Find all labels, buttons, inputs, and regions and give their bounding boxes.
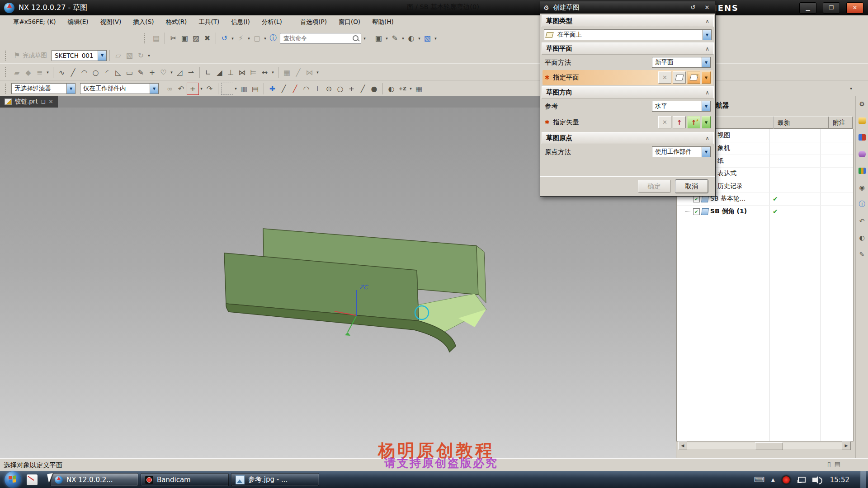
vector-dialog-icon[interactable]: ↑ xyxy=(673,116,686,128)
reference-combo-arrow[interactable]: ▼ xyxy=(702,101,710,111)
save-icon[interactable]: ▤ xyxy=(151,33,162,44)
pinned-app-icon[interactable] xyxy=(27,474,38,485)
menu-insert[interactable]: 插入(S) xyxy=(127,17,160,28)
scroll-left-icon[interactable]: ◀ xyxy=(678,441,687,450)
touch-mode-icon[interactable]: ⚡ xyxy=(235,33,246,44)
selection-filter-plus-icon[interactable]: + xyxy=(187,83,199,95)
menu-edit[interactable]: 编辑(E) xyxy=(62,17,94,28)
collapse-icon[interactable]: ∧ xyxy=(705,18,709,24)
status-grid-icon[interactable]: ▤ xyxy=(835,460,840,468)
toolbar-drag-handle[interactable] xyxy=(5,84,8,94)
menu-information[interactable]: 信息(I) xyxy=(225,17,256,28)
snap-endpoint-icon[interactable]: ╱ xyxy=(278,83,289,94)
section-sketch-type[interactable]: 草图类型 ∧ xyxy=(542,15,714,27)
solid-body-select-icon[interactable]: ▥ xyxy=(238,83,250,94)
quick-dimension-dropdown-icon[interactable]: ▾ xyxy=(270,70,275,75)
plane-method-combo-arrow[interactable]: ▼ xyxy=(702,57,710,67)
resource-bar-gear-icon[interactable]: ⚙ xyxy=(857,99,867,109)
toolbar-overflow-icon[interactable]: ▾ xyxy=(849,86,854,91)
studio-spline-icon[interactable]: ✎ xyxy=(135,67,146,78)
fillet-tool-icon[interactable]: ◜ xyxy=(101,67,113,78)
view-orientation-icon[interactable]: ▧ xyxy=(422,33,433,44)
snap-line-icon[interactable]: ╱ xyxy=(357,83,368,94)
show-desktop-button[interactable] xyxy=(860,471,866,488)
plane-dialog-icon[interactable] xyxy=(673,71,686,84)
feature-checkbox[interactable]: ✔ xyxy=(693,208,700,215)
rectangle-tool-icon[interactable]: ▭ xyxy=(124,67,135,78)
selection-filter-combo-arrow[interactable]: ▼ xyxy=(66,84,75,94)
make-symmetric-icon[interactable]: ⋈ xyxy=(236,67,248,78)
quick-trim-icon[interactable]: ◢ xyxy=(214,67,225,78)
view-orientation-dropdown-icon[interactable]: ▾ xyxy=(433,36,438,41)
render-style-dropdown-icon[interactable]: ▾ xyxy=(417,36,422,41)
clear-plane-selection-icon[interactable]: ✕ xyxy=(658,71,671,84)
trim-tool-icon[interactable]: ◿ xyxy=(174,67,185,78)
taskbar-button-image-viewer[interactable]: 参考.jpg - ... xyxy=(231,473,319,486)
selection-filter-combo[interactable]: 无选择过滤器 ▼ xyxy=(11,83,75,94)
make-corner-icon[interactable]: ∟ xyxy=(203,67,214,78)
command-search-input[interactable] xyxy=(283,34,353,42)
previous-selection-icon[interactable]: ↶ xyxy=(175,83,187,94)
wireframe-select-icon[interactable]: ▤ xyxy=(250,83,261,94)
orient-to-model-icon[interactable]: ▧ xyxy=(124,50,135,61)
section-sketch-plane[interactable]: 草图平面 ∧ xyxy=(542,42,714,55)
collapse-icon[interactable]: ∧ xyxy=(705,46,709,52)
network-icon[interactable] xyxy=(797,477,806,483)
part-tab[interactable]: 铰链.prt ❏ ✕ xyxy=(0,96,58,108)
reattach-dropdown-icon[interactable]: ▾ xyxy=(146,53,151,58)
status-page-icon[interactable]: ▯ xyxy=(827,460,831,468)
menu-sketch[interactable]: 草#x56FE; (K) xyxy=(7,17,62,28)
menu-preferences[interactable]: 首选项(P) xyxy=(294,17,333,28)
inferred-plane-icon[interactable]: ⚡ xyxy=(687,71,700,84)
specify-vector-row[interactable]: ✱ 指定矢量 ✕ ↑ ↑⚡ ▾ xyxy=(540,114,715,131)
project-curve-icon[interactable]: ╱ xyxy=(292,67,304,78)
solid-face-icon[interactable]: ◆ xyxy=(23,67,34,78)
grid-snap-icon[interactable]: ▦ xyxy=(413,83,425,94)
fit-view-dropdown-icon[interactable]: ▾ xyxy=(384,36,389,41)
snap-point-on-curve-icon[interactable]: + xyxy=(346,83,357,94)
selection-filter-plus-dropdown-icon[interactable]: ▾ xyxy=(199,86,204,91)
undo-icon[interactable]: ↺ xyxy=(219,33,230,44)
taskbar-button-nx[interactable]: NX 12.0.0.2... xyxy=(50,473,138,486)
solid-profile-icon[interactable]: ▰ xyxy=(11,67,23,78)
plane-options-dropdown-icon[interactable]: ▾ xyxy=(702,71,711,84)
dialog-reset-icon[interactable]: ↺ xyxy=(688,3,698,12)
selection-scope-combo[interactable]: 仅在工作部件内 ▼ xyxy=(80,83,159,94)
snap-plus-z-dropdown-icon[interactable]: ▾ xyxy=(408,86,413,91)
origin-method-combo-arrow[interactable]: ▼ xyxy=(702,147,710,157)
mirror-curve-icon[interactable]: ⋈ xyxy=(304,67,315,78)
copy-icon[interactable]: ▣ xyxy=(179,33,190,44)
edit-section-dropdown-icon[interactable]: ▾ xyxy=(401,36,406,41)
toolbar-drag-handle[interactable] xyxy=(5,67,8,77)
rectangle-select-dropdown-icon[interactable]: ▾ xyxy=(233,86,238,91)
navigator-hscrollbar[interactable]: ◀ ▶ xyxy=(678,441,851,450)
cut-icon[interactable]: ✂ xyxy=(168,33,179,44)
vector-options-dropdown-icon[interactable]: ▾ xyxy=(702,116,711,128)
snap-midpoint-icon[interactable]: ╱ xyxy=(289,83,301,94)
snap-plus-z-icon[interactable]: +Z xyxy=(397,83,408,94)
dialog-gear-icon[interactable]: ⚙ xyxy=(543,4,549,11)
move-handles-icon[interactable]: ✚ xyxy=(267,83,278,94)
arc-tool-icon[interactable]: ◠ xyxy=(79,67,90,78)
close-button[interactable]: ✕ xyxy=(846,2,863,14)
constraint-navigator-icon[interactable] xyxy=(857,132,867,143)
recording-indicator-icon[interactable] xyxy=(782,475,791,484)
snap-arc-center-icon[interactable]: ⊙ xyxy=(323,83,335,94)
origin-method-combo[interactable]: 使用工作部件 ▼ xyxy=(652,146,711,157)
edit-section-icon[interactable]: ✎ xyxy=(389,33,401,44)
circle-tool-icon[interactable]: ○ xyxy=(90,67,101,78)
line-tool-icon[interactable]: ╱ xyxy=(67,67,79,78)
taskbar-button-bandicam[interactable]: Bandicam xyxy=(141,473,229,486)
clear-vector-selection-icon[interactable]: ✕ xyxy=(658,116,671,128)
window-dropdown-icon[interactable]: ▾ xyxy=(263,36,268,41)
process-studio-icon[interactable]: ◐ xyxy=(857,232,867,243)
offset-curve-dropdown-icon[interactable]: ▾ xyxy=(169,70,174,75)
assembly-navigator-icon[interactable] xyxy=(857,115,867,126)
display-constraints-icon[interactable]: ⊨ xyxy=(248,67,259,78)
section-sketch-origin[interactable]: 草图原点 ∧ xyxy=(542,132,714,144)
ok-button[interactable]: 确定 xyxy=(638,180,670,193)
render-style-icon[interactable]: ◐ xyxy=(406,33,417,44)
fit-view-icon[interactable]: ▣ xyxy=(373,33,384,44)
snap-intersection-icon[interactable]: ⊥ xyxy=(312,83,323,94)
menu-window[interactable]: 窗口(O) xyxy=(333,17,366,28)
